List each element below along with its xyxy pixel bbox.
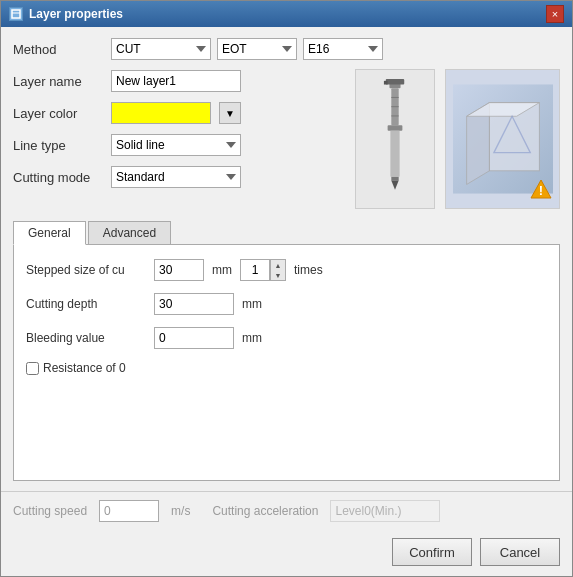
cutting-speed-input	[99, 500, 159, 522]
layer-images-section: Layer name Layer color ▼ Line type Solid…	[13, 69, 560, 209]
svg-rect-6	[391, 177, 398, 181]
svg-rect-11	[386, 79, 404, 85]
window-title: Layer properties	[29, 7, 123, 21]
line-type-select[interactable]: Solid line	[111, 134, 241, 156]
times-input[interactable]	[240, 259, 270, 281]
svg-rect-5	[390, 131, 399, 177]
cutting-mode-select[interactable]: Standard	[111, 166, 241, 188]
times-label: times	[294, 263, 323, 277]
resistance-checkbox[interactable]	[26, 362, 39, 375]
color-swatch[interactable]	[111, 102, 211, 124]
layer-color-row: Layer color ▼	[13, 101, 345, 125]
stepped-size-row: Stepped size of cu mm ▲ ▼ times	[26, 259, 547, 281]
spinner-up-btn[interactable]: ▲	[271, 260, 285, 270]
bleeding-value-label: Bleeding value	[26, 331, 146, 345]
close-button[interactable]: ×	[546, 5, 564, 23]
cutting-mode-label: Cutting mode	[13, 170, 103, 185]
svg-text:!: !	[539, 183, 543, 198]
layer-properties-window: Layer properties × Method CUT EOT E16	[0, 0, 573, 577]
bleeding-value-row: Bleeding value mm	[26, 327, 547, 349]
title-bar: Layer properties ×	[1, 1, 572, 27]
button-row: Confirm Cancel	[1, 530, 572, 576]
cutting-accel-label: Cutting acceleration	[212, 504, 318, 518]
form-fields-left: Layer name Layer color ▼ Line type Solid…	[13, 69, 345, 209]
stepped-size-label: Stepped size of cu	[26, 263, 146, 277]
title-bar-left: Layer properties	[9, 7, 123, 21]
warning-icon: !	[529, 178, 553, 202]
method-select-3[interactable]: E16	[303, 38, 383, 60]
cutting-depth-unit: mm	[242, 297, 262, 311]
tab-content-general: Stepped size of cu mm ▲ ▼ times Cutting …	[13, 245, 560, 481]
method-select-1[interactable]: CUT	[111, 38, 211, 60]
bleeding-value-input[interactable]	[154, 327, 234, 349]
tab-advanced[interactable]: Advanced	[88, 221, 171, 244]
resistance-label: Resistance of 0	[43, 361, 126, 375]
cutting-depth-row: Cutting depth mm	[26, 293, 547, 315]
line-type-label: Line type	[13, 138, 103, 153]
tool-image-preview	[355, 69, 435, 209]
method-label: Method	[13, 42, 103, 57]
layer-name-row: Layer name	[13, 69, 345, 93]
svg-marker-7	[391, 181, 398, 190]
svg-rect-12	[384, 81, 388, 85]
tab-bar: General Advanced	[13, 221, 560, 245]
main-content: Method CUT EOT E16 Layer na	[1, 27, 572, 491]
spinner-arrows: ▲ ▼	[270, 259, 286, 281]
confirm-button[interactable]: Confirm	[392, 538, 472, 566]
cutting-speed-unit: m/s	[171, 504, 190, 518]
method-select-2[interactable]: EOT	[217, 38, 297, 60]
line-type-row: Line type Solid line	[13, 133, 345, 157]
stepped-size-unit: mm	[212, 263, 232, 277]
tool-svg	[365, 79, 425, 199]
svg-rect-4	[388, 125, 403, 131]
spinner-down-btn[interactable]: ▼	[271, 270, 285, 280]
cancel-button[interactable]: Cancel	[480, 538, 560, 566]
cutting-mode-row: Cutting mode Standard	[13, 165, 345, 189]
method-row: Method CUT EOT E16	[13, 37, 560, 61]
bottom-section: Cutting speed m/s Cutting acceleration L…	[1, 491, 572, 530]
cutting-depth-label: Cutting depth	[26, 297, 146, 311]
svg-rect-0	[12, 10, 20, 18]
cutting-speed-label: Cutting speed	[13, 504, 87, 518]
color-dropdown-btn[interactable]: ▼	[219, 102, 241, 124]
tab-section: General Advanced Stepped size of cu mm ▲…	[13, 217, 560, 481]
resistance-row: Resistance of 0	[26, 361, 547, 375]
window-icon	[9, 7, 23, 21]
bleeding-unit: mm	[242, 331, 262, 345]
times-spinner: ▲ ▼	[240, 259, 286, 281]
layer-name-input[interactable]	[111, 70, 241, 92]
cutting-accel-select: Level0(Min.)	[330, 500, 440, 522]
layer-name-label: Layer name	[13, 74, 103, 89]
cutting-depth-input[interactable]	[154, 293, 234, 315]
stepped-size-input[interactable]	[154, 259, 204, 281]
part-image-preview: !	[445, 69, 560, 209]
tab-general[interactable]: General	[13, 221, 86, 245]
layer-color-label: Layer color	[13, 106, 103, 121]
